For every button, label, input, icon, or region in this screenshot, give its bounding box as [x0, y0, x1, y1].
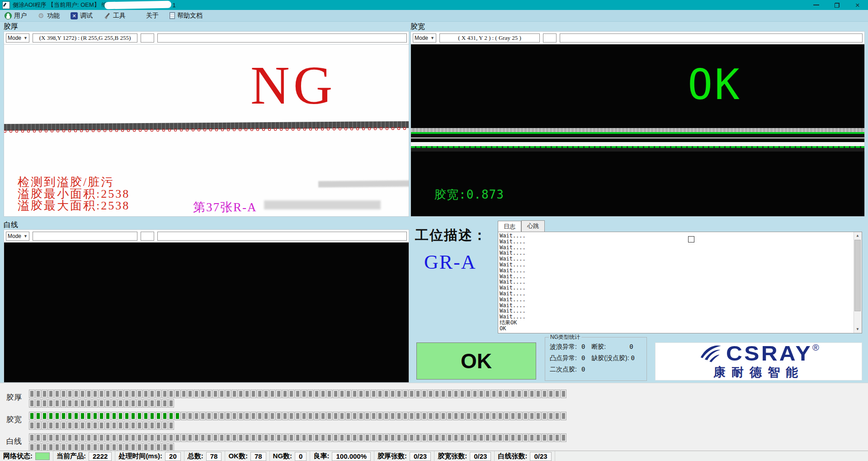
white-line-info-field[interactable] — [157, 232, 407, 241]
progress-cell — [516, 412, 522, 420]
progress-cell — [459, 390, 465, 398]
white-line-mode-select[interactable]: Mode ▼ — [6, 232, 29, 241]
white-line-groupbox: Mode ▼ — [4, 229, 409, 383]
white-line-aux-field[interactable] — [141, 232, 154, 241]
progress-cell — [554, 412, 560, 420]
progress-cell — [402, 412, 408, 420]
progress-cell — [143, 390, 149, 398]
redaction-smudge — [264, 200, 381, 209]
network-status-indicator — [35, 452, 50, 460]
progress-cell — [143, 421, 149, 430]
progress-cell — [409, 433, 415, 442]
progress-cell — [130, 390, 136, 398]
brand-logo: CSRAY ® 康耐德智能 — [655, 342, 862, 380]
progress-cell — [206, 390, 212, 398]
progress-cell — [288, 433, 294, 442]
progress-cell — [149, 399, 155, 408]
status-label: 网络状态: — [3, 452, 33, 461]
menu-item-debug[interactable]: ✕调试 — [71, 10, 93, 21]
status-label: 当前产品: — [57, 452, 86, 461]
status-value: 2222 — [89, 452, 112, 461]
glue-thickness-mode-select[interactable]: Mode ▼ — [6, 33, 29, 43]
progress-cell — [244, 390, 250, 398]
menu-item-help[interactable]: 帮助文档 — [170, 10, 203, 21]
progress-cell — [428, 433, 434, 442]
log-line: Wait.... — [500, 250, 862, 256]
progress-cell — [86, 399, 92, 408]
progress-cell — [466, 433, 472, 442]
progress-cell — [156, 421, 161, 430]
progress-cell — [257, 390, 263, 398]
progress-cell — [409, 412, 415, 420]
ng-stats-group: NG类型统计 波浪异常:0 凸点异常:0 二次点胶:0 断胶:0 缺胶(没点胶)… — [545, 337, 647, 381]
progress-cell — [523, 390, 528, 398]
log-scrollbar[interactable]: ▲ ▼ — [854, 232, 862, 333]
mode-label: Mode — [415, 35, 428, 41]
scrollbar-thumb[interactable] — [854, 240, 861, 311]
glue-thickness-info-field[interactable] — [157, 33, 407, 43]
progress-cell — [124, 421, 130, 430]
progress-cell — [396, 412, 402, 420]
progress-cell — [86, 433, 92, 442]
debug-icon: ✕ — [71, 12, 78, 19]
minimize-icon — [813, 5, 819, 5]
scroll-down-icon[interactable]: ▼ — [854, 326, 861, 333]
progress-cell — [225, 433, 231, 442]
progress-cell — [478, 390, 484, 398]
progress-cell — [453, 433, 459, 442]
menu-item-user[interactable]: 用户 — [5, 10, 27, 21]
scroll-up-icon[interactable]: ▲ — [854, 232, 861, 239]
progress-cell — [67, 421, 73, 430]
status-segment: 当前产品:2222 — [53, 451, 115, 461]
restore-button[interactable] — [826, 0, 847, 10]
status-value: 0/23 — [530, 452, 551, 461]
panel-glue-width: 胶宽 Mode ▼ ( X 431, Y 2 ) : ( Gray 25 ) O… — [410, 22, 865, 217]
minimize-button[interactable] — [806, 0, 826, 10]
menu-item-tools[interactable]: 工具 — [104, 10, 126, 21]
progress-cell — [29, 412, 35, 420]
result-text-ok: OK — [688, 64, 741, 106]
progress-cell — [219, 412, 225, 420]
progress-cell — [453, 390, 459, 398]
status-segment: 白线张数:0/23 — [495, 451, 555, 461]
log-checkbox[interactable] — [688, 236, 694, 242]
progress-cell — [99, 412, 104, 420]
progress-cell — [92, 433, 98, 442]
progress-cell — [111, 421, 117, 430]
progress-cell — [504, 412, 509, 420]
progress-cell — [54, 390, 60, 398]
glue-thickness-aux-field[interactable] — [141, 33, 154, 43]
glue-thickness-image-view: NG 检测到溢胶/脏污 溢胶最小面积:2538 溢胶最大面积:2538 第37张… — [4, 44, 409, 216]
status-label: 处理时间(ms): — [118, 452, 162, 461]
progress-cell — [250, 412, 256, 420]
help-doc-icon — [170, 12, 175, 19]
glue-width-mode-select[interactable]: Mode ▼ — [413, 33, 436, 43]
ng-stat-row: 波浪异常:0 — [550, 343, 585, 351]
glue-width-aux-field[interactable] — [543, 33, 557, 43]
menu-item-about[interactable]: 关于 — [137, 10, 159, 21]
tab-log[interactable]: 日志 — [498, 221, 521, 232]
close-button[interactable]: × — [847, 0, 868, 10]
progress-cell — [73, 399, 79, 408]
progress-cell — [92, 390, 98, 398]
tab-heartbeat[interactable]: 心跳 — [521, 220, 545, 232]
progress-cell — [320, 433, 326, 442]
glue-width-info-field[interactable] — [560, 33, 863, 43]
progress-cell — [73, 390, 79, 398]
progress-cell — [421, 390, 427, 398]
log-list[interactable]: Wait....Wait....Wait....Wait....Wait....… — [498, 232, 862, 333]
status-value: 0/23 — [470, 452, 491, 461]
menu-item-label: 工具 — [113, 12, 126, 20]
progress-cell — [99, 399, 104, 408]
progress-cell — [390, 390, 396, 398]
progress-cell — [485, 390, 491, 398]
progress-cell — [390, 412, 396, 420]
progress-cell — [554, 390, 560, 398]
progress-cell — [67, 412, 73, 420]
menu-item-gear[interactable]: ⚙功能 — [38, 10, 60, 21]
progress-cell — [54, 412, 60, 420]
progress-cell — [35, 399, 41, 408]
progress-cell — [415, 390, 421, 398]
brand-subtitle: 康耐德智能 — [713, 364, 804, 380]
progress-cell — [478, 433, 484, 442]
